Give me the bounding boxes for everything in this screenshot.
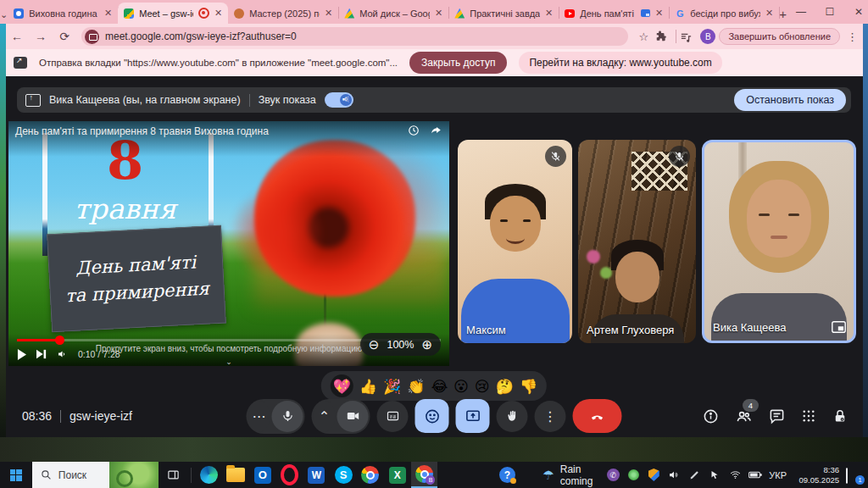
- meet-footer: 08:36 gsw-ieye-izf ⋯ ⌃: [0, 395, 868, 437]
- search-highlight-image[interactable]: [109, 462, 159, 488]
- battery-tray-icon[interactable]: [748, 469, 762, 482]
- next-button[interactable]: [36, 349, 47, 359]
- task-view-button[interactable]: [159, 469, 187, 481]
- tab-close-icon[interactable]: ✕: [325, 8, 332, 19]
- wifi-tray-icon[interactable]: [728, 469, 742, 482]
- pen-tray-icon[interactable]: [687, 469, 701, 482]
- close-button[interactable]: ✕: [844, 0, 868, 24]
- reaction-party[interactable]: 🎉: [383, 378, 401, 395]
- notification-center-icon[interactable]: 1: [846, 469, 863, 482]
- tab-close-icon[interactable]: ✕: [435, 8, 442, 19]
- tab-recording-icon: [198, 8, 209, 19]
- address-bar[interactable]: meet.google.com/gsw-ieye-izf?authuser=0: [81, 27, 628, 46]
- play-button[interactable]: [17, 349, 26, 360]
- tab-close-icon[interactable]: ✕: [104, 8, 112, 19]
- taskbar-chrome-running[interactable]: В: [411, 462, 438, 488]
- taskbar-opera[interactable]: [276, 462, 303, 488]
- reaction-clap[interactable]: 👏: [407, 378, 425, 395]
- tab-master[interactable]: Мастер (2025) полн ✕: [228, 3, 338, 24]
- cursor-tray-icon[interactable]: [708, 469, 721, 482]
- participant-tile-vika-self[interactable]: Вика Кащеева: [702, 140, 856, 343]
- camera-options-chevron[interactable]: ⌃: [314, 401, 336, 432]
- tab-meet-active[interactable]: Meet – gsw-ieye ✕: [118, 3, 228, 24]
- present-now-button[interactable]: [456, 399, 490, 433]
- zoom-out-icon[interactable]: ⊖: [369, 337, 380, 352]
- taskbar-weather[interactable]: ☂ Rain coming: [542, 463, 606, 487]
- host-controls-lock-icon[interactable]: [832, 408, 848, 424]
- taskbar-skype[interactable]: S: [330, 462, 357, 488]
- shared-video-player[interactable]: 8 травня День пам'яті та примирення День…: [8, 121, 449, 366]
- tab-youtube[interactable]: День пам'яті та ✕: [559, 3, 669, 24]
- finish-update-button[interactable]: Завершить обновление: [719, 28, 840, 45]
- activities-grid-icon[interactable]: [801, 408, 816, 424]
- participant-tile-maksym[interactable]: Максим: [458, 140, 572, 343]
- reaction-wow[interactable]: 😮: [453, 378, 469, 395]
- tab-close-icon[interactable]: ✕: [765, 8, 773, 19]
- media-controls-icon[interactable]: [680, 30, 697, 43]
- reaction-thinking[interactable]: 🤔: [496, 378, 514, 395]
- tab-close-icon[interactable]: ✕: [545, 8, 553, 19]
- more-audio-options-icon[interactable]: ⋯: [248, 401, 270, 432]
- security-shield-icon[interactable]: [647, 469, 660, 482]
- viber-tray-icon[interactable]: ✆: [606, 469, 620, 482]
- tab-search-button[interactable]: ⌄: [0, 5, 8, 24]
- chat-panel-icon[interactable]: [769, 408, 785, 424]
- language-indicator[interactable]: УКР: [769, 470, 787, 480]
- reactions-button[interactable]: [415, 399, 449, 433]
- picture-in-picture-icon[interactable]: [832, 321, 846, 333]
- reaction-thumbs-down[interactable]: 👎: [520, 378, 537, 395]
- participant-tile-artem[interactable]: Артем Глуховеря: [578, 140, 696, 343]
- profile-avatar[interactable]: В: [700, 29, 715, 44]
- taskbar-excel[interactable]: X: [384, 462, 411, 488]
- taskbar-word[interactable]: W: [303, 462, 331, 488]
- reload-button[interactable]: ⟳: [54, 30, 75, 43]
- word-icon: W: [308, 467, 325, 484]
- new-tab-button[interactable]: +: [779, 3, 787, 24]
- back-button[interactable]: ←: [7, 30, 27, 43]
- raise-hand-button[interactable]: [497, 401, 528, 432]
- tab-vyhovna[interactable]: Виховна година 5 к ✕: [8, 3, 118, 24]
- go-to-tab-button[interactable]: Перейти на вкладку: www.youtube.com: [519, 52, 721, 74]
- forward-button[interactable]: →: [31, 30, 51, 43]
- maximize-button[interactable]: ☐: [815, 0, 844, 24]
- tab-drive[interactable]: Мой диск – Google ✕: [338, 3, 448, 24]
- volume-icon[interactable]: [57, 349, 68, 359]
- share-video-icon[interactable]: [430, 125, 442, 136]
- taskbar-search[interactable]: Поиск: [32, 462, 159, 488]
- start-button[interactable]: [0, 462, 32, 488]
- captions-button[interactable]: [377, 401, 409, 432]
- antivirus-tray-icon[interactable]: [626, 469, 640, 482]
- reaction-cry[interactable]: 😢: [475, 378, 490, 395]
- taskbar-chrome[interactable]: [357, 462, 384, 488]
- leave-call-button[interactable]: [573, 399, 622, 433]
- tab-tasks[interactable]: Практичні завданн ✕: [448, 3, 559, 24]
- reaction-thumbs-up[interactable]: 👍: [359, 378, 377, 395]
- taskbar-outlook[interactable]: O: [249, 462, 276, 488]
- stop-presenting-button[interactable]: Остановить показ: [734, 89, 846, 111]
- reaction-heart[interactable]: 💖: [331, 374, 353, 397]
- tab-close-icon[interactable]: ✕: [214, 8, 222, 19]
- volume-tray-icon[interactable]: [667, 469, 681, 482]
- sharing-message: Отправка вкладки "https://www.youtube.co…: [39, 58, 398, 68]
- zoom-in-icon[interactable]: ⊕: [421, 337, 432, 352]
- meeting-details-icon[interactable]: [703, 408, 719, 424]
- tab-close-icon[interactable]: ✕: [655, 8, 663, 19]
- taskbar-clock[interactable]: 8:36 09.05.2025: [793, 465, 839, 485]
- reaction-laugh[interactable]: 😂: [431, 378, 448, 395]
- minimize-button[interactable]: —: [787, 0, 815, 24]
- taskbar-edge[interactable]: [195, 462, 222, 488]
- browser-menu-icon[interactable]: ⋮: [843, 30, 861, 43]
- microphone-button[interactable]: [272, 401, 303, 432]
- present-screen-icon: [25, 94, 41, 107]
- extensions-icon[interactable]: [655, 30, 672, 42]
- stop-access-button[interactable]: Закрыть доступ: [409, 52, 507, 74]
- share-sound-toggle[interactable]: 🕬: [325, 92, 353, 108]
- people-panel-icon[interactable]: 4: [735, 408, 753, 424]
- taskbar-get-help[interactable]: ?: [493, 462, 520, 488]
- more-options-icon[interactable]: ⋮: [535, 401, 566, 432]
- taskbar-file-explorer[interactable]: [222, 462, 249, 488]
- bookmark-star-icon[interactable]: ☆: [635, 30, 652, 43]
- tab-google-search[interactable]: G бесіди про вибухон ✕: [669, 3, 779, 24]
- camera-button[interactable]: [337, 401, 369, 432]
- watch-later-icon[interactable]: [408, 125, 420, 136]
